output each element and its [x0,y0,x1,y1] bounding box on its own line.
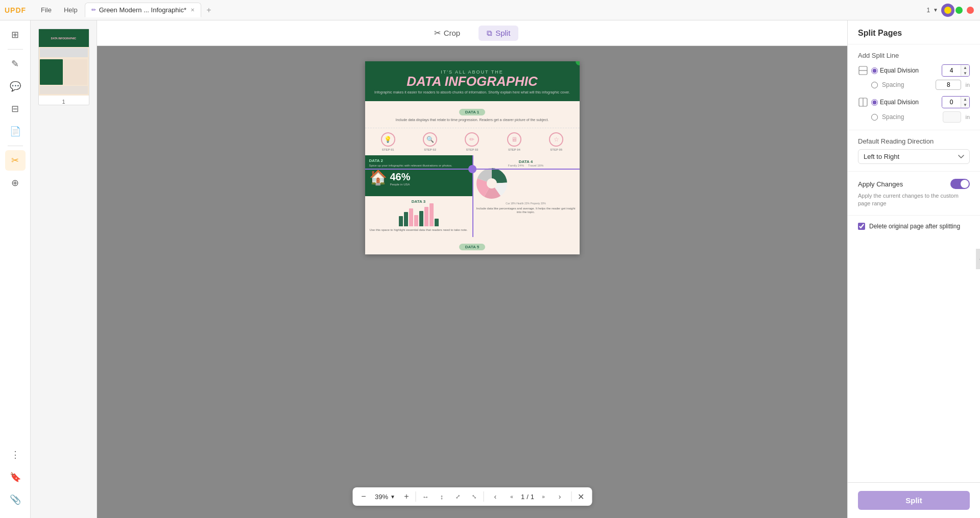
equal-division-v-input-group[interactable]: ▲ ▼ [942,96,970,108]
split-action-btn[interactable]: Split [858,491,970,510]
bar-2 [404,212,408,226]
equal-division-h-radio[interactable] [871,67,878,74]
apply-title: Apply Changes [858,180,903,188]
window-header: UPDF File Help ✏ Green Modern ... Infogr… [0,0,980,20]
spacing-h-radio[interactable] [871,82,878,88]
zoom-value-selector[interactable]: 39% ▼ [373,493,397,501]
bar-8 [435,219,439,226]
equal-division-v-radio[interactable] [871,99,878,106]
step1-circle: 💡 [381,132,395,147]
step2-circle: 🔍 [423,132,437,147]
page-next-btn[interactable]: › [553,489,567,504]
close-preview-btn[interactable]: ✕ [573,489,588,504]
plugin-icon[interactable]: ⊕ [5,173,26,193]
equal-division-v-input[interactable] [942,97,961,107]
fit-height-btn[interactable]: ↕ [435,489,449,504]
bookmark-icon[interactable]: 🔖 [5,467,26,487]
actual-size-btn[interactable]: ⤡ [467,489,482,504]
step-1: 💡 STEP 01 [381,132,395,151]
updf-logo: UPDF [5,6,26,14]
attachment-icon[interactable]: 📎 [5,489,26,510]
zoom-in-btn[interactable]: + [399,489,414,504]
menu-file[interactable]: File [36,4,57,16]
split-tool-icon[interactable]: ✂ [5,150,26,171]
maximize-btn[interactable]: □ [955,7,963,14]
add-split-line-section: Add Split Line Equal Division ▲ ▼ [848,44,980,130]
new-tab-btn[interactable]: + [203,5,214,16]
thumb-image: DATA INFOGRAPHIC [39,29,89,96]
page-prev-btn[interactable]: ‹ [488,489,503,504]
equal-division-h-input-group[interactable]: ▲ ▼ [942,64,970,77]
house-icon: 🏠 [369,169,387,186]
split-icon: ⧉ [487,29,492,38]
delete-section: Delete original page after splitting [848,216,980,237]
minimize-btn[interactable]: − [944,7,951,14]
apply-changes-section: Apply Changes Apply the current changes … [848,172,980,216]
data4-box: DATA 4 Family 24%Travel 16% [472,155,580,237]
spacing-row-2: Spacing in [858,111,970,123]
apply-desc: Apply the current changes to the custom … [858,192,970,208]
svg-point-4 [482,173,502,194]
bar-1 [399,216,403,226]
infographic-content: IT'S ALL ABOUT THE DATA INFOGRAPHIC Info… [365,61,580,254]
direction-section: Default Reading Direction Left to Right … [848,130,980,172]
page-thumbnail[interactable]: DATA INFOGRAPHIC 1 [38,29,89,105]
pie-chart [476,168,507,199]
tab-active[interactable]: ✏ Green Modern ... Infographic* ✕ [85,3,201,17]
canvas-area[interactable]: IT'S ALL ABOUT THE DATA INFOGRAPHIC Info… [97,46,847,518]
menu-help[interactable]: Help [59,4,83,16]
infog-steps: 💡 STEP 01 🔍 STEP 02 ✏ STEP 03 🖥 [365,128,580,155]
pdf-page: IT'S ALL ABOUT THE DATA INFOGRAPHIC Info… [365,61,580,254]
spacing-v-input[interactable] [943,111,961,123]
fit-width-btn[interactable]: ↔ [418,489,433,504]
step-2: 🔍 STEP 02 [423,132,437,151]
zoom-divider2 [484,491,484,502]
data3-box: DATA 3 [365,196,472,237]
add-split-label: Add Split Line [858,52,970,59]
tab-close-btn[interactable]: ✕ [190,7,195,13]
split-handle-top[interactable] [468,165,476,173]
zoom-out-btn[interactable]: − [356,489,371,504]
equal-division-h-label: Equal Division [880,67,939,74]
layers-icon[interactable]: ⋮ [5,444,26,465]
spacing-v-label: Spacing [882,113,939,121]
panel-body: Add Split Line Equal Division ▲ ▼ [848,44,980,482]
page-prev-skip-btn[interactable]: « [505,489,519,504]
infog-header: IT'S ALL ABOUT THE DATA INFOGRAPHIC Info… [365,61,580,101]
pages-icon[interactable]: ⊞ [5,25,26,45]
spin-down-h[interactable]: ▼ [961,70,969,76]
split-row-1: Equal Division ▲ ▼ [858,64,970,77]
spin-up-h[interactable]: ▲ [961,65,969,70]
zoom-dropdown-icon: ▼ [390,494,395,500]
crop-label: Crop [444,29,461,37]
page-total: 1 [531,493,534,501]
step5-circle: ☆ [549,132,563,147]
comment-icon[interactable]: 💬 [5,76,26,97]
spacing-v-radio[interactable] [871,114,878,121]
split-line-horizontal[interactable] [365,169,580,170]
edit-icon[interactable]: ✎ [5,54,26,74]
sidebar-collapse-btn[interactable]: ‹ [976,249,980,269]
page-current: 1 [521,493,524,501]
spacing-v-unit: in [965,114,970,120]
step-5: ☆ STEP 05 [549,132,563,151]
spin-up-v[interactable]: ▲ [961,97,969,102]
data4-desc: Include data like percentages and averag… [476,207,576,215]
stamp-icon[interactable]: 📄 [5,121,26,142]
left-sidebar: ⊞ ✎ 💬 ⊟ 📄 ✂ ⊕ ‹ ⋮ 🔖 📎 [0,20,31,518]
fit-page-btn[interactable]: ⤢ [451,489,465,504]
split-label: Split [495,29,510,37]
delete-original-checkbox[interactable] [858,223,865,230]
apply-toggle[interactable] [950,179,970,189]
organize-icon[interactable]: ⊟ [5,99,26,119]
step-3: ✏ STEP 03 [465,132,479,151]
crop-btn[interactable]: ✂ Crop [426,25,469,41]
direction-select[interactable]: Left to Right Right to Left Top to Botto… [858,149,970,164]
bar-7 [429,203,434,226]
spacing-h-input[interactable] [936,80,961,90]
equal-division-h-input[interactable] [942,65,961,76]
split-btn-toolbar[interactable]: ⧉ Split [479,26,518,41]
spin-down-v[interactable]: ▼ [961,102,969,108]
close-btn[interactable]: ✕ [967,7,974,14]
page-next-skip-btn[interactable]: » [536,489,551,504]
